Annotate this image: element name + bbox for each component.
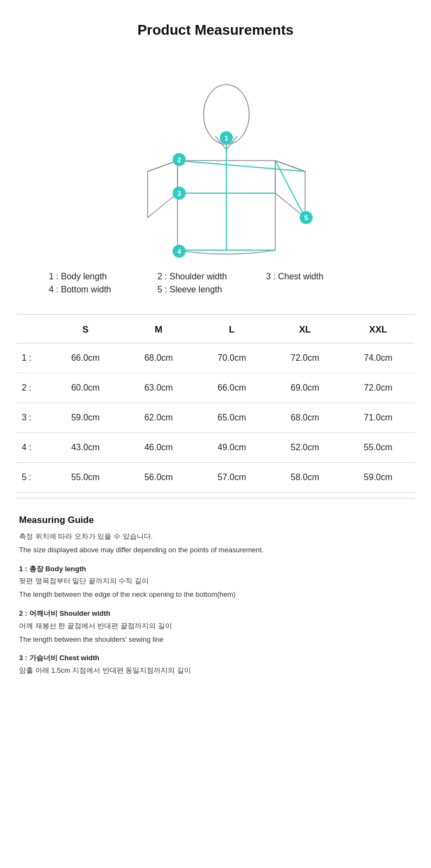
row-2-label: 2 : — [16, 373, 49, 403]
row-5-col-3: 57.0cm — [195, 463, 269, 493]
row-5-col-2: 56.0cm — [122, 463, 195, 493]
svg-text:4: 4 — [177, 247, 181, 256]
row-3-label: 3 : — [16, 403, 49, 433]
legend-item-1: 1 : Body length — [49, 272, 157, 282]
col-header-empty — [16, 315, 49, 343]
section-2-title: 2 : 어깨너비 Shoulder width — [19, 608, 412, 620]
svg-text:3: 3 — [177, 189, 181, 197]
section-1-body-en: The length between the edge of the neck … — [19, 589, 412, 601]
row-2-col-3: 66.0cm — [195, 373, 269, 403]
section-2-body-ko: 어깨 재봉선 한 끝점에서 반대편 끝점까지의 길이 — [19, 621, 412, 632]
row-3-col-1: 59.0cm — [49, 403, 122, 433]
row-1-col-3: 70.0cm — [195, 343, 269, 373]
hoodie-diagram: 1 2 3 4 5 — [99, 55, 332, 266]
col-header-xxl: XXL — [341, 315, 415, 343]
row-2-col-1: 60.0cm — [49, 373, 122, 403]
col-header-l: L — [195, 315, 269, 343]
row-3-col-3: 65.0cm — [195, 403, 269, 433]
row-2-col-5: 72.0cm — [341, 373, 415, 403]
row-5-col-5: 59.0cm — [341, 463, 415, 493]
row-2-col-4: 69.0cm — [268, 373, 341, 403]
table-row: 4 :43.0cm46.0cm49.0cm52.0cm55.0cm — [16, 433, 415, 463]
guide-section-2: 2 : 어깨너비 Shoulder width 어깨 재봉선 한 끝점에서 반대… — [19, 608, 412, 645]
table-header-row: S M L XL XXL — [16, 315, 415, 343]
table-row: 1 :66.0cm68.0cm70.0cm72.0cm74.0cm — [16, 343, 415, 373]
row-4-col-5: 55.0cm — [341, 433, 415, 463]
table-divider-bottom — [16, 498, 415, 499]
table-row: 3 :59.0cm62.0cm65.0cm68.0cm71.0cm — [16, 403, 415, 433]
svg-text:2: 2 — [177, 156, 181, 164]
row-3-col-4: 68.0cm — [268, 403, 341, 433]
guide-section-3: 3 : 가슴너비 Chest width 암홀 아래 1.5cm 지점에서 반대… — [19, 653, 412, 676]
svg-marker-6 — [148, 161, 178, 218]
legend-item-5: 5 : Sleeve length — [157, 285, 266, 295]
svg-text:5: 5 — [304, 214, 308, 222]
row-1-col-4: 72.0cm — [268, 343, 341, 373]
row-3-col-2: 62.0cm — [122, 403, 195, 433]
guide-section-1: 1 : 총장 Body length 뒷편 옆목점부터 밑단 끝까지의 수직 길… — [19, 564, 412, 601]
svg-line-12 — [275, 161, 305, 218]
row-1-col-1: 66.0cm — [49, 343, 122, 373]
col-header-m: M — [122, 315, 195, 343]
legend-item-2: 2 : Shoulder width — [157, 272, 266, 282]
row-4-col-4: 52.0cm — [268, 433, 341, 463]
row-1-col-5: 74.0cm — [341, 343, 415, 373]
col-header-s: S — [49, 315, 122, 343]
table-row: 5 :55.0cm56.0cm57.0cm58.0cm59.0cm — [16, 463, 415, 493]
row-1-col-2: 68.0cm — [122, 343, 195, 373]
size-table: S M L XL XXL 1 :66.0cm68.0cm70.0cm72.0cm… — [16, 315, 415, 493]
legend: 1 : Body length 2 : Shoulder width 3 : C… — [16, 266, 415, 309]
measuring-guide: Measuring Guide 측정 위치에 따라 오차가 있을 수 있습니다.… — [16, 515, 415, 676]
svg-text:1: 1 — [224, 134, 228, 142]
legend-item-3: 3 : Chest width — [266, 272, 375, 282]
row-4-label: 4 : — [16, 433, 49, 463]
table-row: 2 :60.0cm63.0cm66.0cm69.0cm72.0cm — [16, 373, 415, 403]
section-3-body-ko: 암홀 아래 1.5cm 지점에서 반대편 동일지점까지의 길이 — [19, 665, 412, 676]
section-2-body-en: The length between the shoulders' sewing… — [19, 634, 412, 646]
legend-item-4: 4 : Bottom width — [49, 285, 157, 295]
row-1-label: 1 : — [16, 343, 49, 373]
row-5-col-1: 55.0cm — [49, 463, 122, 493]
svg-line-9 — [178, 161, 305, 171]
row-5-label: 5 : — [16, 463, 49, 493]
page-title: Product Measurements — [16, 22, 415, 39]
row-4-col-3: 49.0cm — [195, 433, 269, 463]
guide-intro-ko: 측정 위치에 따라 오차가 있을 수 있습니다. — [19, 531, 412, 542]
diagram-container: 1 2 3 4 5 1 : Body length 2 : Shoulder w… — [16, 55, 415, 309]
row-2-col-2: 63.0cm — [122, 373, 195, 403]
guide-title: Measuring Guide — [19, 515, 412, 526]
row-4-col-2: 46.0cm — [122, 433, 195, 463]
page: Product Measurements — [0, 0, 431, 700]
row-4-col-1: 43.0cm — [49, 433, 122, 463]
section-1-body-ko: 뒷편 옆목점부터 밑단 끝까지의 수직 길이 — [19, 576, 412, 587]
guide-intro-en: The size displayed above may differ depe… — [19, 545, 412, 556]
section-1-title: 1 : 총장 Body length — [19, 564, 412, 575]
section-3-title: 3 : 가슴너비 Chest width — [19, 653, 412, 664]
col-header-xl: XL — [268, 315, 341, 343]
row-3-col-5: 71.0cm — [341, 403, 415, 433]
row-5-col-4: 58.0cm — [268, 463, 341, 493]
